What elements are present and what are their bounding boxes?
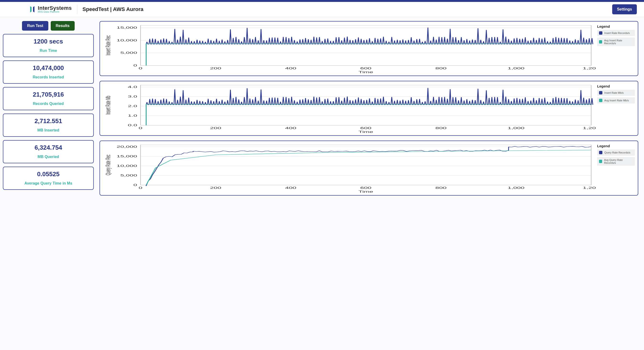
- metric-value: 1200 secs: [6, 38, 91, 45]
- svg-text:800: 800: [436, 186, 447, 190]
- svg-text:2.0: 2.0: [128, 104, 137, 108]
- svg-text:600: 600: [360, 186, 372, 190]
- metric-card: 6,324.754MB Queried: [3, 140, 94, 163]
- svg-text:Time: Time: [358, 130, 373, 133]
- svg-text:600: 600: [360, 126, 372, 130]
- svg-rect-55: [140, 145, 591, 185]
- legend-label: Avg Insert Rate Records/s: [604, 39, 633, 45]
- svg-text:0: 0: [134, 64, 137, 67]
- metric-label: MB Queried: [6, 155, 91, 159]
- svg-rect-15: [140, 25, 591, 65]
- run-test-button[interactable]: Run Test: [22, 21, 48, 30]
- svg-text:600: 600: [360, 67, 372, 70]
- metric-card: 2,712.551MB Inserted: [3, 114, 94, 137]
- svg-text:Insert Rate Rec: Insert Rate Rec: [104, 35, 112, 55]
- legend-title: Legend: [597, 84, 635, 88]
- legend-item: Avg Insert Rate Mb/s: [597, 97, 635, 103]
- legend-swatch: [599, 99, 602, 102]
- legend-item: Query Rate Records/s: [597, 149, 635, 156]
- metric-value: 2,712.551: [6, 117, 91, 125]
- chart-insert-rate-records: 05,00010,00015,00002004006008001,0001,20…: [100, 21, 638, 76]
- svg-text:800: 800: [436, 126, 447, 130]
- svg-text:5,000: 5,000: [120, 174, 137, 177]
- legend-label: Query Rate Records/s: [604, 151, 630, 154]
- svg-text:400: 400: [285, 126, 296, 130]
- top-accent-bar: [0, 0, 644, 2]
- legend-swatch: [599, 31, 602, 35]
- chart-query-rate-records: 05,00010,00015,00020,00002004006008001,0…: [100, 141, 638, 196]
- svg-text:4.0: 4.0: [128, 85, 137, 89]
- brand-subtitle: IRIS Data Platform: [38, 11, 72, 13]
- legend-label: Avg Insert Rate Mb/s: [604, 99, 629, 102]
- metric-card: 10,474,000Records Inserted: [3, 60, 94, 84]
- svg-text:3.0: 3.0: [128, 95, 137, 98]
- svg-text:Time: Time: [358, 70, 373, 74]
- legend-label: Insert Rate Records/s: [604, 31, 630, 34]
- legend-swatch: [599, 160, 602, 163]
- svg-text:1,200: 1,200: [583, 67, 596, 70]
- metric-value: 0.05525: [6, 170, 91, 178]
- svg-text:Insert Rate Mb: Insert Rate Mb: [104, 96, 112, 115]
- svg-text:0: 0: [134, 183, 137, 187]
- svg-text:1,200: 1,200: [583, 126, 596, 130]
- left-panel: Run Test Results 1200 secsRun Time10,474…: [3, 21, 94, 196]
- legend-item: Avg Query Rate Records/s: [597, 157, 635, 166]
- svg-text:400: 400: [285, 186, 296, 190]
- metric-label: Average Query Time in Ms: [6, 181, 91, 186]
- charts-panel: 05,00010,00015,00002004006008001,0001,20…: [100, 21, 638, 196]
- metric-value: 21,705,916: [6, 91, 91, 98]
- svg-rect-35: [140, 85, 591, 125]
- svg-text:200: 200: [210, 67, 221, 70]
- legend-item: Insert Rate Mb/s: [597, 90, 635, 96]
- legend-title: Legend: [597, 24, 635, 28]
- svg-text:10,000: 10,000: [116, 39, 137, 42]
- legend-item: Insert Rate Records/s: [597, 30, 635, 36]
- legend-swatch: [599, 151, 602, 154]
- svg-text:0: 0: [139, 67, 142, 70]
- svg-text:15,000: 15,000: [116, 155, 137, 158]
- svg-text:200: 200: [210, 126, 221, 130]
- brand-logo: InterSystems IRIS Data Platform: [29, 5, 72, 13]
- metric-label: Records Queried: [6, 102, 91, 106]
- svg-text:800: 800: [436, 67, 447, 70]
- page-title: SpeedTest | AWS Aurora: [82, 6, 144, 12]
- svg-text:1,200: 1,200: [583, 186, 596, 190]
- metric-label: Records Inserted: [6, 75, 91, 79]
- svg-text:Query Rate Rec: Query Rate Rec: [104, 155, 112, 175]
- metric-value: 6,324.754: [6, 144, 91, 151]
- brand-name: InterSystems: [38, 5, 72, 11]
- metric-value: 10,474,000: [6, 64, 91, 72]
- settings-button[interactable]: Settings: [612, 4, 637, 14]
- svg-text:15,000: 15,000: [116, 26, 137, 29]
- results-button[interactable]: Results: [51, 21, 75, 30]
- svg-text:400: 400: [285, 67, 296, 70]
- svg-text:1,000: 1,000: [508, 186, 524, 190]
- svg-text:0.0: 0.0: [128, 124, 137, 127]
- legend-title: Legend: [597, 144, 635, 148]
- svg-text:0: 0: [139, 126, 142, 130]
- svg-text:1,000: 1,000: [508, 126, 524, 130]
- svg-text:5,000: 5,000: [120, 51, 137, 54]
- svg-text:0: 0: [139, 186, 142, 190]
- svg-text:1,000: 1,000: [508, 67, 524, 70]
- legend-label: Avg Query Rate Records/s: [604, 158, 633, 164]
- header: InterSystems IRIS Data Platform SpeedTes…: [0, 2, 644, 17]
- metric-card: 0.05525Average Query Time in Ms: [3, 167, 94, 190]
- svg-text:Time: Time: [358, 190, 373, 193]
- metric-card: 21,705,916Records Queried: [3, 87, 94, 110]
- legend-swatch: [599, 40, 602, 43]
- chart-insert-rate-mb: 0.01.02.03.04.002004006008001,0001,200Ti…: [100, 81, 638, 136]
- legend-label: Insert Rate Mb/s: [604, 91, 624, 94]
- svg-text:200: 200: [210, 186, 221, 190]
- svg-text:20,000: 20,000: [116, 145, 137, 148]
- legend-item: Avg Insert Rate Records/s: [597, 37, 635, 46]
- metric-label: MB Inserted: [6, 128, 91, 132]
- svg-text:10,000: 10,000: [116, 164, 137, 168]
- metric-label: Run Time: [6, 48, 91, 53]
- header-divider: [77, 4, 77, 14]
- metric-card: 1200 secsRun Time: [3, 34, 94, 57]
- legend-swatch: [599, 91, 602, 94]
- svg-text:1.0: 1.0: [128, 114, 137, 117]
- intersystems-logo-icon: [29, 5, 36, 13]
